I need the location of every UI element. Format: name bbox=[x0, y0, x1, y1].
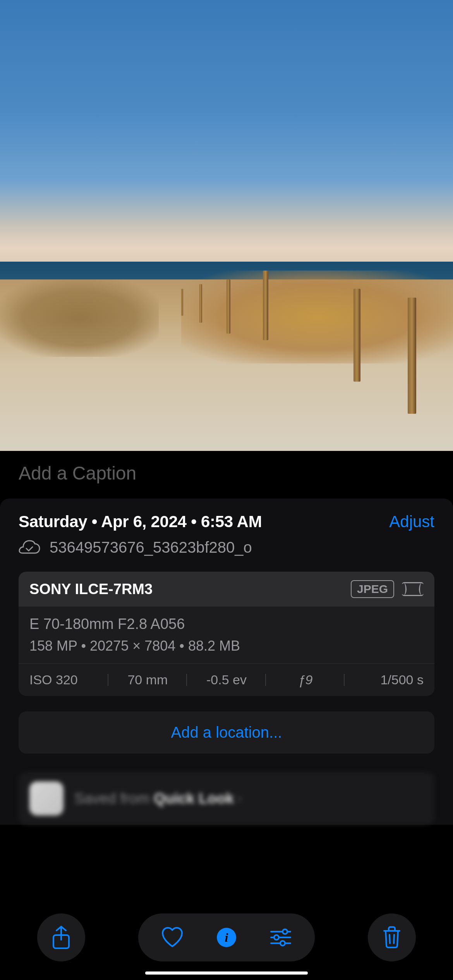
info-button[interactable]: i bbox=[199, 913, 254, 961]
date-time: Saturday • Apr 6, 2024 • 6:53 AM bbox=[19, 512, 262, 531]
exif-focal: 70 mm bbox=[108, 672, 187, 687]
heart-icon bbox=[161, 927, 184, 948]
exif-row: ISO 320 70 mm -0.5 ev ƒ9 1/500 s bbox=[19, 664, 434, 696]
time: 6:53 AM bbox=[201, 512, 262, 531]
saved-from-card[interactable]: Saved from Quick Look› bbox=[19, 772, 434, 825]
exif-iso: ISO 320 bbox=[29, 672, 108, 687]
camera-card: SONY ILCE-7RM3 JPEG E 70-180mm F2.8 A056… bbox=[19, 572, 434, 696]
adjust-button[interactable]: Adjust bbox=[389, 512, 434, 531]
share-button[interactable] bbox=[37, 913, 85, 961]
caption-input[interactable] bbox=[19, 463, 434, 484]
weekday: Saturday bbox=[19, 512, 87, 531]
info-panel: Saturday • Apr 6, 2024 • 6:53 AM Adjust … bbox=[0, 499, 453, 825]
camera-header: SONY ILCE-7RM3 JPEG bbox=[19, 572, 434, 607]
svg-line-8 bbox=[394, 935, 394, 943]
date: Apr 6, 2024 bbox=[101, 512, 187, 531]
share-icon bbox=[51, 925, 71, 950]
svg-point-2 bbox=[283, 929, 287, 934]
sliders-icon bbox=[269, 929, 292, 946]
center-action-group: i bbox=[138, 913, 315, 961]
exif-aperture: ƒ9 bbox=[266, 672, 345, 687]
caption-area bbox=[0, 451, 453, 499]
trash-icon bbox=[383, 926, 401, 949]
add-location-button[interactable]: Add a location... bbox=[19, 711, 434, 754]
panorama-icon bbox=[402, 582, 424, 596]
svg-point-6 bbox=[280, 941, 285, 946]
svg-line-7 bbox=[390, 935, 390, 943]
app-icon bbox=[29, 781, 63, 816]
filename: 53649573676_53623bf280_o bbox=[50, 539, 252, 556]
exif-ev: -0.5 ev bbox=[187, 672, 266, 687]
home-indicator[interactable] bbox=[145, 971, 308, 975]
info-icon: i bbox=[217, 928, 236, 947]
favorite-button[interactable] bbox=[145, 913, 199, 961]
photo-viewer[interactable] bbox=[0, 0, 453, 451]
format-badge: JPEG bbox=[351, 580, 394, 598]
camera-model: SONY ILCE-7RM3 bbox=[29, 581, 153, 598]
saved-from-text: Saved from Quick Look› bbox=[74, 790, 242, 807]
bottom-toolbar: i bbox=[0, 913, 453, 961]
edit-button[interactable] bbox=[254, 913, 308, 961]
cloud-download-icon bbox=[19, 540, 40, 555]
svg-point-4 bbox=[274, 935, 279, 940]
image-specs: 158 MP • 20275 × 7804 • 88.2 MB bbox=[29, 638, 424, 654]
filename-row: 53649573676_53623bf280_o bbox=[19, 539, 434, 556]
exif-shutter: 1/500 s bbox=[345, 672, 424, 687]
chevron-right-icon: › bbox=[237, 790, 242, 807]
lens-section: E 70-180mm F2.8 A056 158 MP • 20275 × 78… bbox=[19, 607, 434, 664]
lens-name: E 70-180mm F2.8 A056 bbox=[29, 616, 424, 632]
date-row: Saturday • Apr 6, 2024 • 6:53 AM Adjust bbox=[19, 512, 434, 531]
delete-button[interactable] bbox=[368, 913, 416, 961]
